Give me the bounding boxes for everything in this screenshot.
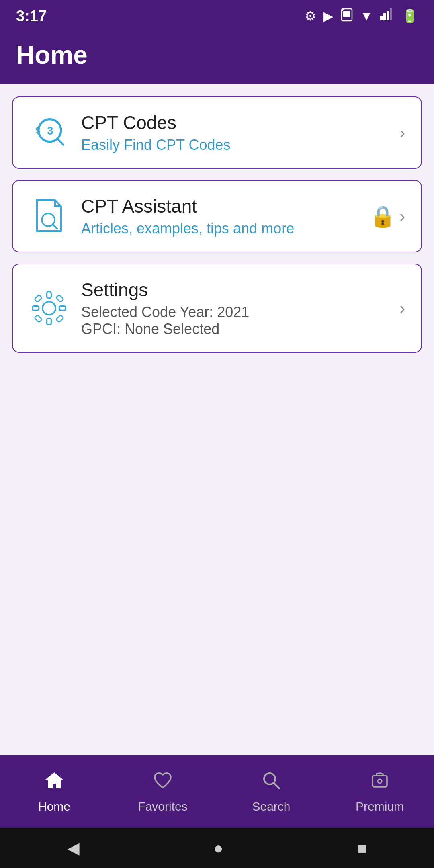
settings-icon xyxy=(29,288,69,328)
battery-icon: 🔋 xyxy=(402,8,418,24)
cpt-assistant-card[interactable]: CPT Assistant Articles, examples, tips a… xyxy=(12,180,422,252)
svg-rect-5 xyxy=(387,11,389,20)
svg-rect-20 xyxy=(56,295,63,302)
settings-text: Settings Selected Code Year: 2021 GPCI: … xyxy=(81,279,388,338)
app-header: Home xyxy=(0,32,434,84)
svg-rect-17 xyxy=(33,306,39,311)
settings-right: › xyxy=(400,299,405,317)
nav-favorites-label: Favorites xyxy=(138,800,187,813)
svg-rect-25 xyxy=(373,776,387,787)
svg-text:3: 3 xyxy=(47,125,53,137)
status-time: 3:17 xyxy=(16,8,47,25)
cpt-codes-subtitle: Easily Find CPT Codes xyxy=(81,137,388,154)
settings-card[interactable]: Settings Selected Code Year: 2021 GPCI: … xyxy=(12,264,422,353)
page-title: Home xyxy=(16,40,418,70)
cpt-codes-icon: 3 $ xyxy=(29,113,69,153)
svg-line-24 xyxy=(274,783,279,788)
chevron-right-icon: › xyxy=(400,124,405,142)
svg-rect-18 xyxy=(59,306,66,311)
svg-line-13 xyxy=(53,224,57,229)
nav-premium[interactable]: Premium xyxy=(326,770,434,813)
nav-premium-label: Premium xyxy=(356,800,404,813)
nav-favorites[interactable]: Favorites xyxy=(108,770,217,813)
main-content: 3 $ CPT Codes Easily Find CPT Codes › xyxy=(0,84,434,755)
cpt-codes-card[interactable]: 3 $ CPT Codes Easily Find CPT Codes › xyxy=(12,96,422,169)
android-recent-button[interactable]: ■ xyxy=(357,839,367,857)
svg-point-14 xyxy=(43,302,55,315)
svg-point-26 xyxy=(378,779,382,783)
wifi-icon: ▼ xyxy=(360,9,373,24)
android-back-button[interactable]: ◀ xyxy=(67,839,80,857)
settings-subtitle-1: Selected Code Year: 2021 xyxy=(81,304,388,321)
svg-rect-6 xyxy=(390,8,392,20)
lock-icon: 🔒 xyxy=(370,204,396,229)
cpt-assistant-text: CPT Assistant Articles, examples, tips a… xyxy=(81,195,358,237)
status-bar: 3:17 ⚙ ▶ ▼ 🔋 xyxy=(0,0,434,32)
signal-icon xyxy=(380,8,395,24)
svg-rect-22 xyxy=(56,315,63,323)
nav-search[interactable]: Search xyxy=(217,770,326,813)
bottom-nav: Home Favorites Search Premium xyxy=(0,755,434,828)
settings-subtitle-2: GPCI: None Selected xyxy=(81,321,388,338)
cpt-assistant-right: 🔒 › xyxy=(370,204,405,229)
chevron-right-icon-2: › xyxy=(400,207,405,225)
premium-icon xyxy=(369,770,390,796)
svg-rect-1 xyxy=(343,11,350,17)
cpt-codes-right: › xyxy=(400,124,405,142)
cpt-assistant-icon xyxy=(29,196,69,236)
svg-line-10 xyxy=(58,139,63,145)
svg-rect-21 xyxy=(34,315,42,323)
nav-home[interactable]: Home xyxy=(0,770,108,813)
cpt-codes-title: CPT Codes xyxy=(81,112,388,133)
shield-play-icon: ▶ xyxy=(323,8,334,24)
svg-rect-19 xyxy=(34,295,42,302)
chevron-right-icon-3: › xyxy=(400,299,405,317)
svg-rect-15 xyxy=(47,292,51,298)
cpt-assistant-title: CPT Assistant xyxy=(81,195,358,217)
search-icon xyxy=(261,770,282,796)
svg-rect-3 xyxy=(380,16,383,20)
home-icon xyxy=(44,770,65,796)
nav-search-label: Search xyxy=(252,800,290,813)
svg-rect-4 xyxy=(383,13,386,20)
nav-home-label: Home xyxy=(38,800,70,813)
sim-icon xyxy=(341,7,353,25)
cpt-codes-text: CPT Codes Easily Find CPT Codes xyxy=(81,112,388,154)
status-icons: ⚙ ▶ ▼ 🔋 xyxy=(305,7,418,25)
svg-rect-16 xyxy=(47,318,51,325)
cpt-assistant-subtitle: Articles, examples, tips and more xyxy=(81,220,358,237)
android-home-button[interactable]: ● xyxy=(213,839,223,857)
favorites-icon xyxy=(152,770,173,796)
android-nav: ◀ ● ■ xyxy=(0,828,434,868)
gear-icon: ⚙ xyxy=(305,8,316,24)
settings-title: Settings xyxy=(81,279,388,301)
